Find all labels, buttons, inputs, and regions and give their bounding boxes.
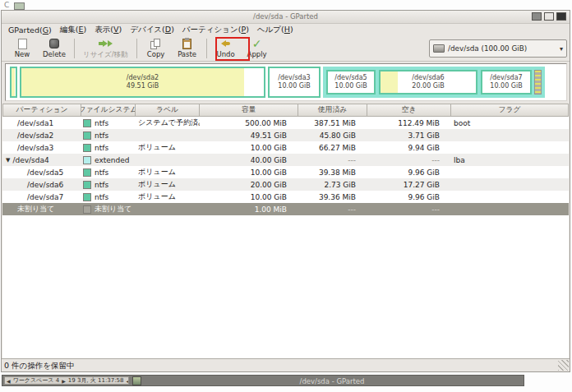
copy-button-label: Copy [147, 50, 165, 58]
filesystem-cell: ntfs [81, 168, 136, 177]
delete-partition-button[interactable]: Delete [38, 36, 71, 61]
delete-icon [49, 38, 59, 49]
device-combo[interactable]: /dev/sda (100.00 GiB) ▾ [429, 39, 567, 58]
copy-icon [150, 38, 161, 49]
column-header-6[interactable]: フラグ [451, 104, 569, 117]
menu-item-1[interactable]: 編集(E) [58, 24, 93, 36]
column-header-4[interactable]: 使用済み [298, 104, 367, 117]
gparted-window: /dev/sda - GParted GParted(G)編集(E)表示(V)デ… [1, 10, 570, 372]
table-row[interactable]: 未割り当て未割り当て1.00 MiB------ [2, 203, 569, 215]
taskbar: ◀ ワークスペース 4 ▶ 19 3月, 火 11:37:58 ◀ ▶ /dev… [2, 375, 524, 386]
partition-visual-bar: /dev/sda249.51 GiB /dev/sda310.00 GiB /d… [5, 63, 567, 101]
toolbar-separator [206, 39, 207, 58]
new-partition-button[interactable]: New [7, 36, 38, 61]
used-cell: 2.73 GiB [298, 181, 367, 189]
partition-segment-sda2[interactable]: /dev/sda249.51 GiB [20, 67, 265, 98]
workspace-switcher[interactable]: ◀ ワークスペース 4 ▶ 19 3月, 火 11:37:58 ◀ ▶ [4, 376, 129, 385]
menu-item-5[interactable]: ヘルプ(H) [256, 24, 300, 36]
partition-name-cell: /dev/sda2 [2, 131, 81, 140]
column-header-5[interactable]: 空き [367, 104, 451, 117]
maximize-button[interactable] [544, 12, 554, 21]
filesystem-name: ntfs [95, 119, 108, 127]
column-header-0[interactable]: パーティション [2, 104, 81, 117]
table-row[interactable]: /dev/sda2ntfs49.51 GiB45.80 GiB3.71 GiB [2, 129, 569, 141]
partition-name-cell: /dev/sda6 [2, 181, 81, 189]
apply-button[interactable]: ✓ Apply [242, 36, 273, 61]
label-cell: ボリューム [136, 142, 200, 153]
new-document-icon [18, 38, 27, 49]
column-header-3[interactable]: 容量 [200, 104, 298, 117]
resize-grip[interactable] [558, 360, 569, 371]
partition-name: /dev/sda1 [17, 119, 53, 127]
copy-button[interactable]: Copy [141, 36, 172, 61]
vnc-screen-icon[interactable] [14, 2, 25, 10]
undo-arrow-icon [221, 38, 230, 49]
table-row[interactable]: /dev/sda7ntfsボリューム10.00 GiB39.36 MiB9.96… [2, 191, 569, 203]
partition-segment-sda1[interactable] [10, 67, 17, 98]
column-header-2[interactable]: ラベル [136, 104, 200, 117]
menu-item-2[interactable]: 表示(V) [93, 24, 128, 36]
unallocated-segment[interactable] [534, 70, 542, 95]
filesystem-color-swatch [83, 205, 91, 214]
titlebar[interactable]: /dev/sda - GParted [2, 11, 570, 24]
partition-name-cell: 未割り当て [2, 204, 81, 214]
filesystem-color-swatch [83, 193, 91, 201]
toolbar: New Delete リサイズ/移動 Copy Paste [2, 36, 570, 62]
undo-button-label: Undo [217, 50, 235, 58]
expander-icon[interactable]: ▼ [6, 157, 10, 164]
taskbar-window-title[interactable]: /dev/sda - GParted [144, 377, 520, 385]
size-cell: 49.51 GiB [200, 131, 298, 140]
segment-label: /dev/sda249.51 GiB [21, 68, 264, 96]
filesystem-color-swatch [83, 156, 91, 164]
partition-name: /dev/sda3 [17, 144, 53, 152]
filesystem-color-swatch [83, 131, 91, 140]
filesystem-color-swatch [83, 144, 91, 152]
used-cell: 39.36 MiB [298, 193, 367, 201]
filesystem-cell: ntfs [81, 131, 136, 140]
size-cell: 500.00 MiB [200, 119, 298, 127]
workspace-label: ワークスペース 4 [13, 376, 60, 385]
label-cell: ボリューム [136, 191, 200, 202]
undo-button[interactable]: Undo [210, 36, 242, 61]
table-row[interactable]: /dev/sda3ntfsボリューム10.00 GiB66.27 MiB9.94… [2, 141, 569, 154]
partition-segment-sda6[interactable]: /dev/sda620.00 GiB [379, 70, 477, 95]
column-header-1[interactable]: ファイルシステム [81, 104, 136, 117]
gparted-taskbar-icon[interactable] [132, 376, 141, 385]
resize-move-button[interactable]: リサイズ/移動 [78, 36, 133, 61]
close-button[interactable] [556, 12, 566, 21]
window-controls [532, 12, 566, 21]
label-cell: ボリューム [136, 179, 200, 190]
segment-label: /dev/sda620.00 GiB [381, 71, 476, 93]
partition-segment-sda7[interactable]: /dev/sda710.00 GiB [481, 70, 532, 95]
menu-item-3[interactable]: デバイス(D) [128, 24, 181, 36]
label-cell: システムで予約済み [136, 118, 200, 128]
pager-right-icon[interactable]: ▶ [62, 378, 66, 384]
toolbar-separator [74, 39, 75, 58]
minimize-button[interactable] [532, 12, 542, 21]
filesystem-cell: ntfs [81, 144, 136, 152]
used-cell: 39.38 MiB [298, 168, 367, 177]
paste-button[interactable]: Paste [172, 36, 203, 61]
apply-check-icon: ✓ [252, 38, 262, 49]
pager-left-icon[interactable]: ◀ [126, 378, 129, 384]
menu-item-0[interactable]: GParted(G) [7, 25, 58, 35]
used-cell: --- [298, 156, 367, 164]
device-combo-value: /dev/sda (100.00 GiB) [448, 44, 556, 53]
table-row[interactable]: /dev/sda1ntfsシステムで予約済み500.00 MiB387.51 M… [2, 117, 569, 129]
window-title: /dev/sda - GParted [2, 12, 570, 21]
table-row[interactable]: /dev/sda6ntfsボリューム20.00 GiB2.73 GiB17.27… [2, 178, 569, 191]
filesystem-color-swatch [83, 119, 91, 127]
table-row[interactable]: /dev/sda5ntfsボリューム10.00 GiB39.38 MiB9.96… [2, 166, 569, 178]
partition-segment-sda3[interactable]: /dev/sda310.00 GiB [268, 67, 321, 98]
filesystem-name: ntfs [95, 144, 108, 152]
filesystem-name: ntfs [95, 131, 108, 140]
partition-segment-sda5[interactable]: /dev/sda510.00 GiB [326, 70, 376, 95]
unused-cell: 9.96 GiB [367, 193, 451, 201]
extended-partition-frame[interactable]: /dev/sda510.00 GiB /dev/sda620.00 GiB /d… [323, 67, 545, 98]
filesystem-cell: extended [81, 156, 136, 164]
menu-item-4[interactable]: パーティション(P) [181, 24, 256, 36]
used-cell: 66.27 MiB [298, 144, 367, 152]
pager-left-icon[interactable]: ◀ [7, 378, 11, 384]
table-row[interactable]: ▼/dev/sda4extended40.00 GiB------lba [2, 154, 569, 166]
flags-cell: lba [451, 156, 569, 164]
